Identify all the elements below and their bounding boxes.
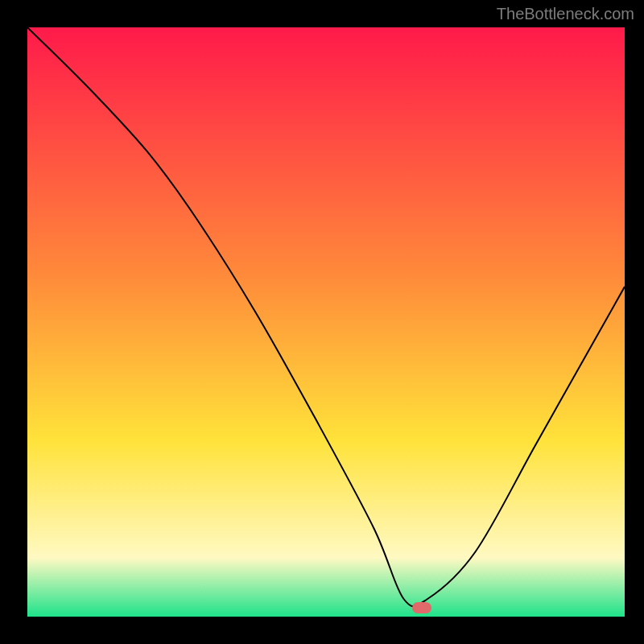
watermark-text: TheBottleneck.com xyxy=(497,5,634,23)
current-point-marker xyxy=(412,602,431,613)
gradient-background xyxy=(27,27,625,617)
chart-stage: TheBottleneck.com xyxy=(0,0,644,644)
plot-area xyxy=(27,27,625,617)
plot-svg xyxy=(27,27,625,617)
